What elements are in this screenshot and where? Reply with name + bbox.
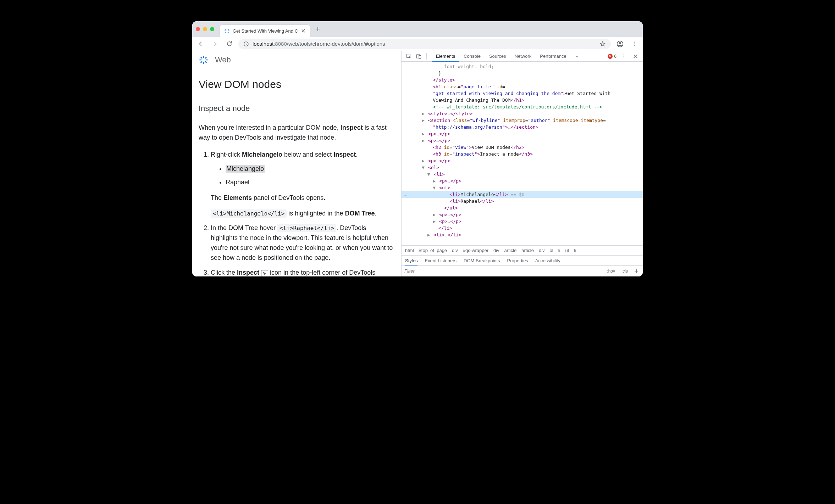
tab-network[interactable]: Network — [510, 51, 536, 61]
dom-tree-row[interactable]: font-weight: bold; — [402, 63, 643, 70]
browser-tab[interactable]: Get Started With Viewing And C — [220, 25, 310, 37]
breadcrumb-item[interactable]: div — [452, 248, 458, 253]
styles-filter-input[interactable] — [404, 268, 602, 274]
breadcrumb-item[interactable]: html — [405, 248, 414, 253]
tab-strip: Get Started With Viewing And C — [192, 21, 643, 37]
styles-tab-accessibility[interactable]: Accessibility — [535, 256, 560, 265]
dom-tree-row[interactable]: ▶ <p>…</p> — [402, 130, 643, 137]
dom-tree-row[interactable]: <li>Raphael</li> — [402, 198, 643, 205]
heading-inspect-a-node: Inspect a node — [199, 102, 395, 114]
site-title: Web — [215, 55, 231, 65]
content-area: Web View DOM nodes Inspect a node When y… — [192, 51, 643, 276]
browser-window: Get Started With Viewing And C localhost… — [192, 21, 643, 276]
breadcrumb-item[interactable]: article — [504, 248, 517, 253]
dom-tree-row[interactable]: </style> — [402, 77, 643, 83]
devtools-toolbar-right: ✕ 6 — [608, 52, 639, 60]
tab-performance[interactable]: Performance — [536, 51, 570, 61]
tab-title: Get Started With Viewing And C — [233, 28, 298, 34]
svg-point-12 — [624, 56, 624, 56]
devtools-panel: Elements Console Sources Network Perform… — [402, 51, 643, 276]
minimize-window[interactable] — [203, 27, 207, 31]
breadcrumb-item[interactable]: ul — [565, 248, 569, 253]
tab-sources[interactable]: Sources — [485, 51, 510, 61]
inspect-element-icon[interactable] — [405, 52, 413, 60]
new-style-rule-button[interactable] — [633, 268, 640, 274]
dom-tree-row[interactable]: … <li>Michelangelo</li> == $0 — [402, 191, 643, 198]
dom-tree-row[interactable]: ▼ <ol> — [402, 164, 643, 171]
dom-tree-row[interactable]: Viewing And Changing The DOM</h1> — [402, 97, 643, 103]
back-button[interactable] — [196, 39, 206, 49]
breadcrumb-item[interactable]: li — [558, 248, 560, 253]
list-item-raphael[interactable]: Raphael — [226, 178, 395, 187]
devtools-settings-icon[interactable] — [620, 52, 628, 60]
dom-tree-row[interactable]: ▶ <style>…</style> — [402, 110, 643, 117]
breadcrumb-item[interactable]: article — [521, 248, 534, 253]
bookmark-icon[interactable] — [599, 41, 606, 47]
code-li-michelangelo: <li>Michelangelo</li> — [211, 209, 287, 218]
tab-close-icon[interactable] — [301, 28, 306, 33]
list-item-michelangelo[interactable]: Michelangelo — [226, 164, 395, 174]
svg-point-11 — [624, 54, 624, 55]
styles-tab-properties[interactable]: Properties — [507, 256, 528, 265]
dom-tree-row[interactable]: <h3 id="inspect">Inspect a node</h3> — [402, 151, 643, 157]
dom-tree[interactable]: font-weight: bold; } </style> <h1 class=… — [402, 62, 643, 245]
svg-point-7 — [634, 45, 635, 46]
devtools-close-icon[interactable] — [631, 52, 639, 60]
dom-tree-row[interactable]: ▼ <li> — [402, 171, 643, 178]
site-info-icon[interactable] — [243, 41, 249, 47]
devtools-tabs: Elements Console Sources Network Perform… — [432, 51, 571, 61]
article-body: View DOM nodes Inspect a node When you'r… — [192, 69, 401, 276]
close-window[interactable] — [196, 27, 200, 31]
dom-tree-row[interactable]: ▶ <p>…</p> — [402, 211, 643, 218]
tab-elements[interactable]: Elements — [432, 51, 459, 62]
devtools-toolbar: Elements Console Sources Network Perform… — [402, 51, 643, 62]
cls-button[interactable]: .cls — [620, 268, 629, 274]
more-tabs-button[interactable]: » — [573, 54, 581, 59]
dom-tree-row[interactable]: <!-- wf_template: src/templates/contribu… — [402, 103, 643, 110]
dom-tree-row[interactable]: <h1 class="page-title" id= — [402, 83, 643, 90]
address-bar[interactable]: localhost:8080/web/tools/chrome-devtools… — [238, 39, 611, 49]
forward-button[interactable] — [210, 39, 220, 49]
styles-tab-dom-breakpoints[interactable]: DOM Breakpoints — [464, 256, 500, 265]
breadcrumb-item[interactable]: div — [493, 248, 499, 253]
tab-console[interactable]: Console — [459, 51, 485, 61]
dom-tree-row[interactable]: ▶ <p>…</p> — [402, 178, 643, 184]
breadcrumb-item[interactable]: div — [539, 248, 545, 253]
maximize-window[interactable] — [210, 27, 214, 31]
dom-tree-row[interactable]: ▼ <ul> — [402, 184, 643, 191]
new-tab-button[interactable] — [313, 24, 323, 34]
dom-tree-row[interactable]: <h2 id="view">View DOM nodes</h2> — [402, 144, 643, 151]
steps-list: Right-click Michelangelo below and selec… — [199, 150, 395, 276]
dom-tree-row[interactable]: ▶ <p>…</p> — [402, 137, 643, 144]
styles-tab-styles[interactable]: Styles — [405, 256, 418, 265]
profile-button[interactable] — [615, 39, 625, 49]
dom-tree-row[interactable]: </li> — [402, 225, 643, 231]
dom-tree-row[interactable]: ▶ <p>…</p> — [402, 157, 643, 164]
menu-button[interactable] — [629, 39, 639, 49]
styles-tab-event-listeners[interactable]: Event Listeners — [425, 256, 457, 265]
dom-tree-row[interactable]: "http://schema.org/Person">…</section> — [402, 124, 643, 130]
toolbar: localhost:8080/web/tools/chrome-devtools… — [192, 37, 643, 51]
breadcrumb-item[interactable]: ol — [550, 248, 553, 253]
breadcrumb-item[interactable]: #top_of_page — [419, 248, 447, 253]
site-header: Web — [192, 51, 401, 69]
breadcrumb-item[interactable]: #gc-wrapper — [463, 248, 488, 253]
elements-panel-note: The Elements panel of DevTools opens. — [211, 193, 395, 203]
dom-tree-row[interactable]: ▶ <section class="wf-byline" itemprop="a… — [402, 117, 643, 124]
styles-filter-row: :hov .cls — [402, 266, 643, 276]
breadcrumb-item[interactable]: li — [574, 248, 576, 253]
error-counter[interactable]: ✕ 6 — [608, 54, 616, 59]
dom-tree-row[interactable]: ▶ <li>…</li> — [402, 231, 643, 238]
hov-button[interactable]: :hov — [605, 268, 616, 274]
dom-tree-row[interactable]: "get_started_with_viewing_and_changing_t… — [402, 90, 643, 97]
site-logo-icon — [199, 55, 209, 65]
code-li-raphael: <li>Raphael</li> — [277, 224, 336, 232]
dom-tree-row[interactable]: ▶ <p>…</p> — [402, 218, 643, 225]
step-2: In the DOM Tree hover <li>Raphael</li>. … — [211, 223, 395, 263]
dom-tree-row[interactable]: </ul> — [402, 205, 643, 211]
device-toolbar-icon[interactable] — [415, 52, 423, 60]
svg-point-4 — [619, 42, 621, 44]
inspect-icon — [261, 270, 268, 276]
dom-tree-row[interactable]: } — [402, 70, 643, 77]
reload-button[interactable] — [224, 39, 234, 49]
